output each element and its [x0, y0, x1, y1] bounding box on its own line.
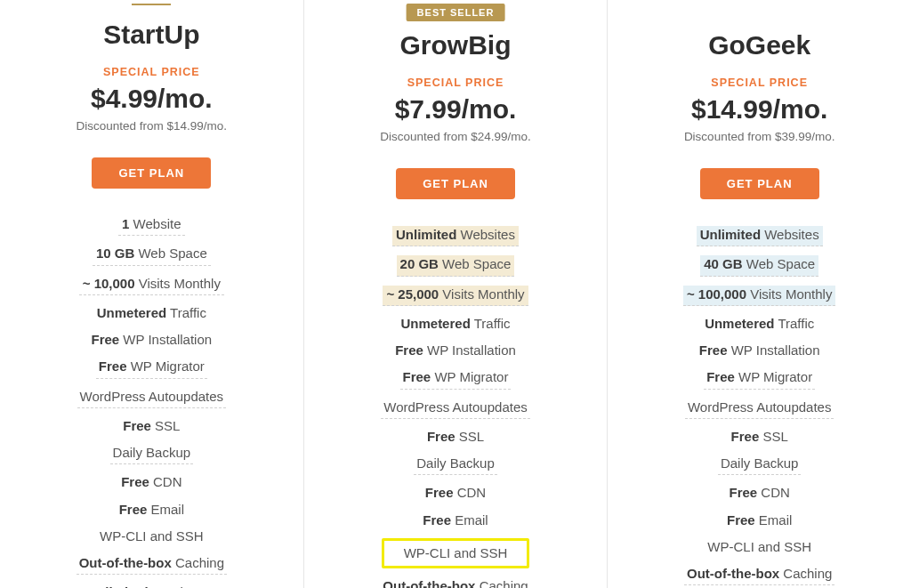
feature-cdn: Free CDN — [608, 484, 911, 502]
feature-databases: Unlimited Databases — [0, 584, 303, 588]
feature-wpcli: WP-CLI and SSH — [0, 528, 303, 545]
feature-caching: Out-of-the-box Caching — [608, 565, 911, 585]
best-seller-badge: BEST SELLER — [407, 4, 505, 21]
feature-wpcli: WP-CLI and SSH — [304, 538, 608, 568]
feature-wp-migrator: Free WP Migrator — [608, 368, 911, 389]
plan-discount: Discounted from $24.99/mo. — [304, 130, 608, 143]
feature-wp-migrator: Free WP Migrator — [0, 358, 303, 378]
special-price-label: SPECIAL PRICE — [608, 77, 911, 89]
plan-title: GoGeek — [608, 30, 911, 60]
feature-autoupdates: WordPress Autoupdates — [608, 399, 911, 419]
accent-rule — [132, 4, 171, 5]
plan-title: StartUp — [0, 20, 303, 50]
feature-list: Unlimited Websites 40 GB Web Space ~ 100… — [608, 226, 911, 588]
plan-startup: StartUp SPECIAL PRICE $4.99/mo. Discount… — [0, 0, 303, 588]
feature-caching: Out-of-the-box Caching — [0, 554, 303, 575]
feature-list: 1 Website 10 GB Web Space ~ 10,000 Visit… — [0, 215, 303, 588]
get-plan-button[interactable]: GET PLAN — [700, 168, 819, 199]
plan-growbig: BEST SELLER GrowBig SPECIAL PRICE $7.99/… — [304, 0, 608, 588]
feature-traffic: Unmetered Traffic — [0, 304, 303, 322]
feature-wp-migrator: Free WP Migrator — [304, 368, 608, 389]
feature-visits: ~ 10,000 Visits Monthly — [0, 275, 303, 295]
plan-discount: Discounted from $14.99/mo. — [0, 119, 303, 133]
plan-price: $4.99/mo. — [0, 84, 303, 114]
feature-caching: Out-of-the-box Caching — [304, 577, 608, 588]
feature-visits: ~ 25,000 Visits Monthly — [304, 286, 608, 306]
feature-traffic: Unmetered Traffic — [608, 315, 911, 333]
plan-gogeek: GoGeek SPECIAL PRICE $14.99/mo. Discount… — [608, 0, 911, 588]
pricing-table: StartUp SPECIAL PRICE $4.99/mo. Discount… — [0, 0, 911, 588]
feature-webspace: 40 GB Web Space — [608, 255, 911, 276]
feature-daily-backup: Daily Backup — [608, 455, 911, 475]
feature-wp-install: Free WP Installation — [0, 331, 303, 349]
feature-wp-install: Free WP Installation — [608, 342, 911, 359]
get-plan-button[interactable]: GET PLAN — [92, 157, 211, 189]
feature-autoupdates: WordPress Autoupdates — [0, 388, 303, 408]
plan-price: $14.99/mo. — [608, 94, 911, 125]
feature-ssl: Free SSL — [304, 428, 608, 446]
feature-daily-backup: Daily Backup — [304, 455, 608, 475]
feature-wpcli: WP-CLI and SSH — [608, 538, 911, 556]
plan-discount: Discounted from $39.99/mo. — [608, 130, 911, 143]
feature-daily-backup: Daily Backup — [0, 444, 303, 464]
feature-traffic: Unmetered Traffic — [304, 315, 608, 333]
feature-ssl: Free SSL — [0, 417, 303, 435]
get-plan-button[interactable]: GET PLAN — [396, 168, 515, 199]
feature-webspace: 10 GB Web Space — [0, 245, 303, 265]
feature-ssl: Free SSL — [608, 428, 911, 446]
feature-cdn: Free CDN — [0, 473, 303, 491]
feature-cdn: Free CDN — [304, 484, 608, 502]
feature-email: Free Email — [0, 501, 303, 519]
feature-autoupdates: WordPress Autoupdates — [304, 399, 608, 419]
feature-email: Free Email — [304, 511, 608, 529]
feature-visits: ~ 100,000 Visits Monthly — [608, 286, 911, 306]
feature-websites: Unlimited Websites — [304, 226, 608, 246]
feature-webspace: 20 GB Web Space — [304, 255, 608, 276]
feature-wp-install: Free WP Installation — [304, 342, 608, 359]
special-price-label: SPECIAL PRICE — [304, 77, 608, 89]
feature-websites: 1 Website — [0, 215, 303, 236]
plan-price: $7.99/mo. — [304, 94, 608, 125]
feature-email: Free Email — [608, 511, 911, 529]
feature-websites: Unlimited Websites — [608, 226, 911, 246]
feature-list: Unlimited Websites 20 GB Web Space ~ 25,… — [304, 226, 608, 588]
plan-title: GrowBig — [304, 30, 608, 60]
special-price-label: SPECIAL PRICE — [0, 66, 303, 78]
